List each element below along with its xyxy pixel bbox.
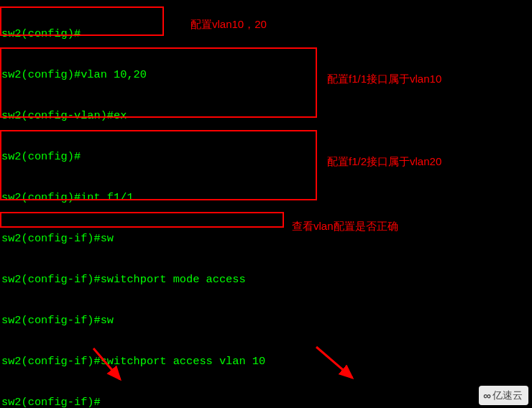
annotation-f1-1: 配置f1/1接口属于vlan10 xyxy=(327,72,441,85)
annotation-f1-2: 配置f1/2接口属于vlan20 xyxy=(327,154,441,168)
cli-line: sw2(config-if)# xyxy=(1,396,531,408)
cli-line: sw2(config)#vlan 10,20 xyxy=(1,68,531,82)
annotation-vlan-config: 配置vlan10，20 xyxy=(191,17,267,31)
cloud-icon: ∞ xyxy=(483,389,490,402)
cli-line: sw2(config-if)#sw xyxy=(1,314,531,328)
cli-line: sw2(config-if)#switchport mode access xyxy=(1,273,531,287)
cli-line: sw2(config)# xyxy=(1,150,531,164)
cli-line: sw2(config-if)#switchport access vlan 10 xyxy=(1,355,531,368)
cli-line: sw2(config-vlan)#ex xyxy=(1,109,531,123)
watermark-text: 亿速云 xyxy=(492,389,523,402)
cli-line: sw2(config)#int f1/1 xyxy=(1,191,531,205)
cli-line: sw2(config-if)#sw xyxy=(1,232,531,246)
terminal-output[interactable]: sw2(config)# sw2(config)#vlan 10,20 sw2(… xyxy=(0,0,532,408)
annotation-show-vlan: 查看vlan配置是否正确 xyxy=(292,219,398,233)
watermark-logo: ∞ 亿速云 xyxy=(479,386,528,405)
